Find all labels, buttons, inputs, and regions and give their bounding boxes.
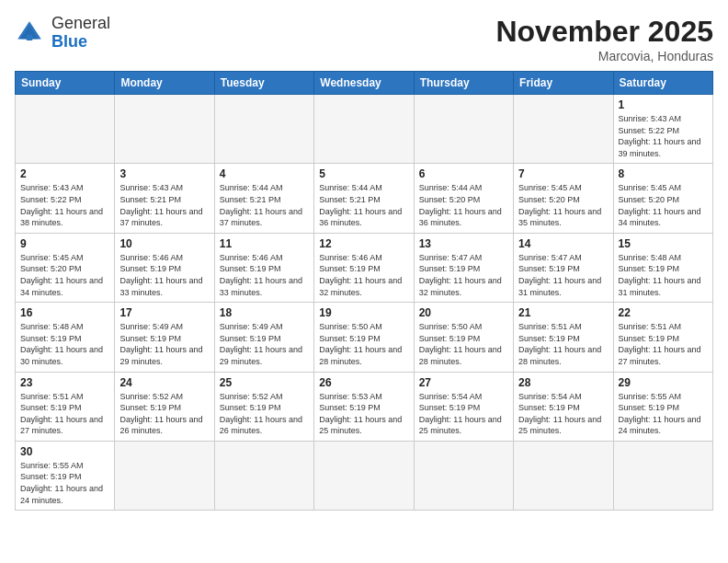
day-number: 6: [419, 167, 508, 180]
day-info: Sunrise: 5:54 AMSunset: 5:19 PMDaylight:…: [518, 391, 608, 437]
calendar-cell: 21Sunrise: 5:51 AMSunset: 5:19 PMDayligh…: [514, 303, 613, 372]
calendar-week-1: 1Sunrise: 5:43 AMSunset: 5:22 PMDaylight…: [16, 95, 713, 164]
day-number: 7: [518, 167, 608, 180]
day-header-wednesday: Wednesday: [314, 72, 414, 95]
svg-rect-2: [27, 34, 32, 40]
calendar-header-row: SundayMondayTuesdayWednesdayThursdayFrid…: [16, 72, 713, 95]
day-number: 18: [220, 306, 309, 319]
day-number: 30: [20, 445, 109, 458]
day-info: Sunrise: 5:53 AMSunset: 5:19 PMDaylight:…: [319, 391, 408, 437]
day-info: Sunrise: 5:44 AMSunset: 5:21 PMDaylight:…: [319, 182, 408, 228]
calendar-cell: [613, 441, 712, 510]
logo-icon: [15, 18, 44, 48]
day-number: 25: [220, 376, 309, 389]
calendar-cell: 20Sunrise: 5:50 AMSunset: 5:19 PMDayligh…: [414, 303, 513, 372]
day-info: Sunrise: 5:49 AMSunset: 5:19 PMDaylight:…: [220, 321, 309, 367]
day-number: 22: [619, 306, 708, 319]
calendar-cell: 17Sunrise: 5:49 AMSunset: 5:19 PMDayligh…: [115, 303, 214, 372]
calendar-week-4: 16Sunrise: 5:48 AMSunset: 5:19 PMDayligh…: [16, 303, 713, 372]
day-number: 17: [119, 306, 209, 319]
day-info: Sunrise: 5:52 AMSunset: 5:19 PMDaylight:…: [119, 391, 209, 437]
page-header: General Blue November 2025 Marcovia, Hon…: [15, 15, 713, 63]
calendar-cell: 23Sunrise: 5:51 AMSunset: 5:19 PMDayligh…: [16, 372, 115, 441]
day-info: Sunrise: 5:44 AMSunset: 5:21 PMDaylight:…: [220, 182, 309, 228]
calendar-cell: 26Sunrise: 5:53 AMSunset: 5:19 PMDayligh…: [314, 372, 414, 441]
day-info: Sunrise: 5:45 AMSunset: 5:20 PMDaylight:…: [20, 252, 109, 298]
day-number: 19: [319, 306, 408, 319]
day-info: Sunrise: 5:54 AMSunset: 5:19 PMDaylight:…: [419, 391, 508, 437]
day-number: 2: [20, 167, 109, 180]
calendar-cell: 7Sunrise: 5:45 AMSunset: 5:20 PMDaylight…: [514, 164, 613, 233]
day-number: 5: [319, 167, 408, 180]
calendar-cell: 29Sunrise: 5:55 AMSunset: 5:19 PMDayligh…: [613, 372, 712, 441]
day-number: 1: [619, 98, 708, 111]
calendar-cell: [414, 95, 513, 164]
day-number: 14: [518, 237, 608, 250]
day-number: 10: [119, 237, 209, 250]
calendar-cell: 25Sunrise: 5:52 AMSunset: 5:19 PMDayligh…: [214, 372, 313, 441]
day-header-saturday: Saturday: [613, 72, 712, 95]
logo-text: General Blue: [51, 15, 110, 52]
logo-general: General: [51, 15, 110, 33]
day-info: Sunrise: 5:48 AMSunset: 5:19 PMDaylight:…: [20, 321, 109, 367]
day-number: 29: [619, 376, 708, 389]
day-info: Sunrise: 5:48 AMSunset: 5:19 PMDaylight:…: [619, 252, 708, 298]
calendar-cell: 24Sunrise: 5:52 AMSunset: 5:19 PMDayligh…: [115, 372, 214, 441]
calendar-week-2: 2Sunrise: 5:43 AMSunset: 5:22 PMDaylight…: [16, 164, 713, 233]
day-info: Sunrise: 5:51 AMSunset: 5:19 PMDaylight:…: [619, 321, 708, 367]
day-number: 23: [20, 376, 109, 389]
day-number: 3: [119, 167, 209, 180]
title-area: November 2025 Marcovia, Honduras: [495, 15, 713, 63]
day-info: Sunrise: 5:43 AMSunset: 5:21 PMDaylight:…: [119, 182, 209, 228]
calendar-cell: 9Sunrise: 5:45 AMSunset: 5:20 PMDaylight…: [16, 233, 115, 302]
location: Marcovia, Honduras: [495, 49, 713, 63]
day-info: Sunrise: 5:47 AMSunset: 5:19 PMDaylight:…: [518, 252, 608, 298]
day-number: 21: [518, 306, 608, 319]
calendar-cell: [314, 95, 414, 164]
calendar: SundayMondayTuesdayWednesdayThursdayFrid…: [15, 71, 713, 511]
calendar-cell: 2Sunrise: 5:43 AMSunset: 5:22 PMDaylight…: [16, 164, 115, 233]
calendar-cell: [214, 441, 313, 510]
calendar-cell: [414, 441, 513, 510]
calendar-cell: 16Sunrise: 5:48 AMSunset: 5:19 PMDayligh…: [16, 303, 115, 372]
logo: General Blue: [15, 15, 110, 52]
calendar-cell: [514, 95, 613, 164]
day-info: Sunrise: 5:45 AMSunset: 5:20 PMDaylight:…: [518, 182, 608, 228]
day-info: Sunrise: 5:55 AMSunset: 5:19 PMDaylight:…: [619, 391, 708, 437]
day-number: 4: [220, 167, 309, 180]
calendar-week-3: 9Sunrise: 5:45 AMSunset: 5:20 PMDaylight…: [16, 233, 713, 302]
calendar-cell: 22Sunrise: 5:51 AMSunset: 5:19 PMDayligh…: [613, 303, 712, 372]
calendar-cell: 3Sunrise: 5:43 AMSunset: 5:21 PMDaylight…: [115, 164, 214, 233]
day-info: Sunrise: 5:46 AMSunset: 5:19 PMDaylight:…: [119, 252, 209, 298]
day-info: Sunrise: 5:47 AMSunset: 5:19 PMDaylight:…: [419, 252, 508, 298]
day-info: Sunrise: 5:43 AMSunset: 5:22 PMDaylight:…: [619, 113, 708, 159]
calendar-cell: 30Sunrise: 5:55 AMSunset: 5:19 PMDayligh…: [16, 441, 115, 510]
calendar-cell: [16, 95, 115, 164]
month-title: November 2025: [495, 15, 713, 49]
day-info: Sunrise: 5:46 AMSunset: 5:19 PMDaylight:…: [319, 252, 408, 298]
day-number: 16: [20, 306, 109, 319]
day-info: Sunrise: 5:44 AMSunset: 5:20 PMDaylight:…: [419, 182, 508, 228]
day-header-thursday: Thursday: [414, 72, 513, 95]
day-number: 11: [220, 237, 309, 250]
calendar-cell: [214, 95, 313, 164]
day-number: 24: [119, 376, 209, 389]
day-info: Sunrise: 5:55 AMSunset: 5:19 PMDaylight:…: [20, 460, 109, 506]
day-number: 27: [419, 376, 508, 389]
day-info: Sunrise: 5:50 AMSunset: 5:19 PMDaylight:…: [319, 321, 408, 367]
calendar-cell: 28Sunrise: 5:54 AMSunset: 5:19 PMDayligh…: [514, 372, 613, 441]
calendar-cell: [115, 441, 214, 510]
calendar-cell: 14Sunrise: 5:47 AMSunset: 5:19 PMDayligh…: [514, 233, 613, 302]
day-info: Sunrise: 5:51 AMSunset: 5:19 PMDaylight:…: [20, 391, 109, 437]
calendar-week-5: 23Sunrise: 5:51 AMSunset: 5:19 PMDayligh…: [16, 372, 713, 441]
calendar-cell: 18Sunrise: 5:49 AMSunset: 5:19 PMDayligh…: [214, 303, 313, 372]
day-info: Sunrise: 5:52 AMSunset: 5:19 PMDaylight:…: [220, 391, 309, 437]
day-number: 20: [419, 306, 508, 319]
day-info: Sunrise: 5:49 AMSunset: 5:19 PMDaylight:…: [119, 321, 209, 367]
day-number: 28: [518, 376, 608, 389]
day-number: 26: [319, 376, 408, 389]
logo-blue: Blue: [51, 33, 110, 52]
calendar-cell: 27Sunrise: 5:54 AMSunset: 5:19 PMDayligh…: [414, 372, 513, 441]
day-header-monday: Monday: [115, 72, 214, 95]
day-number: 13: [419, 237, 508, 250]
